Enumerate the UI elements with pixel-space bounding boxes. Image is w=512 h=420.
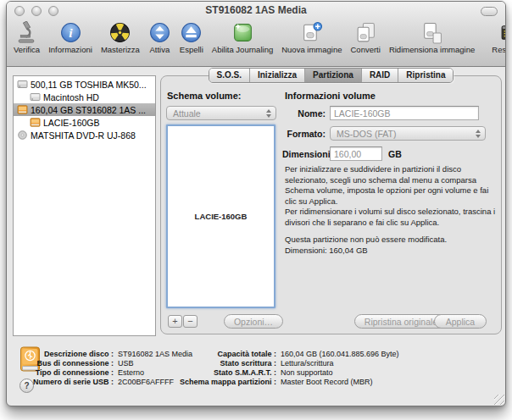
tab-partiziona[interactable]: Partiziona [304, 69, 361, 82]
disk-info-value: 160,04 GB (160.041.885.696 Byte) [281, 350, 399, 359]
disk-info-row: Stato scrittura : Lettura/scrittura [176, 359, 399, 368]
toolbar-item-label: Masterizza [101, 45, 140, 54]
info-icon: i [59, 21, 82, 44]
disk-info-value: Esterno [118, 368, 144, 378]
remove-partition-button[interactable]: − [183, 315, 198, 328]
disk-info-row: Schema mappa partizioni : Master Boot Re… [176, 378, 399, 387]
chevron-updown-icon [266, 108, 272, 119]
format-popup-value: MS-DOS (FAT) [337, 129, 396, 139]
titlebar[interactable]: ST916082 1AS Media [7, 2, 505, 19]
internal-drive-icon [17, 80, 28, 89]
help-paragraph: Per ridimensionare i volumi sul disco se… [285, 207, 498, 228]
new-image-button[interactable]: Nuova immagine [281, 21, 342, 54]
tab-inizializza[interactable]: Inizializza [249, 69, 304, 82]
toolbar-item-label: Attiva [149, 45, 170, 54]
tab-raid[interactable]: RAID [361, 69, 398, 82]
disk-info-label: Capacità totale : [176, 350, 276, 359]
resize-image-button[interactable]: Ridimensiona immagine [389, 21, 475, 54]
disk-info-row: Capacità totale : 160,04 GB (160.041.885… [176, 350, 399, 359]
partition-map[interactable]: LACIE-160GB [166, 124, 275, 308]
resize-image-icon [420, 21, 443, 44]
external-drive-icon [17, 105, 28, 114]
toolbar-item-label: Informazioni [48, 45, 92, 54]
tab-ripristina[interactable]: Ripristina [398, 69, 453, 82]
name-input[interactable] [330, 106, 479, 120]
scheme-popup[interactable]: Attuale [166, 106, 276, 120]
disk-info-label: Tipo di connessione : [7, 368, 114, 378]
disk-info-value: 2C00BF6AFFFF [118, 378, 174, 387]
disk-info-value: Lettura/scrittura [281, 359, 334, 368]
toolbar-item-label: Ridimensiona immagine [389, 45, 475, 54]
disk-info-label: Descrizione disco : [7, 350, 114, 359]
partition-size-note: Dimensioni: 160,04 GB [285, 246, 498, 257]
options-button[interactable]: Opzioni… [224, 314, 283, 329]
size-input[interactable] [330, 146, 382, 161]
eject-button[interactable]: Espelli [180, 21, 203, 54]
volume-scheme-heading: Schema volume: [167, 91, 241, 101]
device-list: 500,11 GB TOSHIBA MK50... Macintosh HD 1… [13, 75, 156, 336]
disk-info-right-column: Capacità totale : 160,04 GB (160.041.885… [176, 350, 399, 387]
convert-button[interactable]: Converti [351, 21, 381, 54]
log-button[interactable]: Resoconto [492, 21, 506, 54]
partition-panel: S.O.S. Inizializza Partiziona RAID Ripri… [160, 75, 502, 334]
enable-journaling-button[interactable]: Abilita Journaling [212, 21, 273, 54]
toolbar-item-label: Converti [351, 45, 381, 54]
new-image-icon [300, 21, 323, 44]
burn-button[interactable]: Masterizza [101, 21, 140, 54]
disk-info-label: Stato S.M.A.R.T. : [176, 368, 276, 378]
toolbar-item-label: Verifica [14, 45, 40, 54]
sidebar-item-matshita-dvd[interactable]: MATSHITA DVD-R UJ-868 [14, 129, 155, 141]
partition-note: Questa partizione non può essere modific… [285, 235, 498, 246]
optical-drive-icon [17, 130, 28, 140]
format-popup[interactable]: MS-DOS (FAT) [330, 126, 486, 141]
apply-button[interactable]: Applica [434, 314, 487, 329]
help-paragraph: Per inizializzare e suddividere in parti… [285, 164, 498, 207]
toolbar-toggle-button[interactable] [481, 7, 498, 16]
internal-volume-icon [30, 92, 41, 102]
disk-info-label: Numero di serie USB : [7, 378, 114, 387]
eject-icon [180, 21, 203, 44]
convert-icon [354, 21, 377, 44]
toolbar-item-label: Resoconto [492, 45, 506, 54]
sidebar-item-macintosh-hd[interactable]: Macintosh HD [14, 91, 155, 103]
add-partition-button[interactable]: + [168, 315, 182, 328]
sidebar-item-lacie-volume[interactable]: LACIE-160GB [14, 116, 155, 129]
disk-info-label: Stato scrittura : [176, 359, 276, 368]
tab-sos[interactable]: S.O.S. [209, 69, 249, 82]
resize-grip[interactable] [494, 395, 504, 405]
sidebar-item-label: 500,11 GB TOSHIBA MK50... [31, 80, 147, 90]
disk-info-value: USB [118, 359, 134, 368]
toolbar-item-label: Espelli [180, 45, 203, 54]
tab-bar: S.O.S. Inizializza Partiziona RAID Ripri… [209, 68, 454, 83]
mount-button[interactable]: Attiva [148, 21, 171, 54]
disk-info-row: Bus di connessione : USB [7, 359, 192, 368]
toolbar-item-label: Nuova immagine [281, 45, 342, 54]
disk-info-row: Descrizione disco : ST916082 1AS Media [7, 350, 192, 359]
chevron-updown-icon [476, 129, 481, 139]
size-unit-label: GB [388, 149, 402, 159]
size-label: Dimensioni: [282, 149, 326, 159]
burn-icon [109, 21, 131, 44]
journaling-icon [231, 21, 254, 44]
disk-info-row: Numero di serie USB : 2C00BF6AFFFF [7, 378, 192, 387]
sidebar-item-label: MATSHITA DVD-R UJ-868 [31, 130, 136, 141]
verify-button[interactable]: Verifica [14, 21, 40, 54]
disk-info-value: Master Boot Record (MBR) [281, 378, 373, 387]
partition-map-volume-label: LACIE-160GB [195, 212, 248, 221]
sidebar-item-st916082-disk[interactable]: 160,04 GB ST916082 1AS ... [14, 103, 155, 116]
info-button[interactable]: i Informazioni [48, 21, 92, 54]
disk-info-label: Bus di connessione : [7, 359, 114, 368]
format-label: Formato: [285, 129, 326, 139]
sidebar-item-toshiba-disk[interactable]: 500,11 GB TOSHIBA MK50... [14, 78, 155, 91]
disk-info-left-column: Descrizione disco : ST916082 1AS Media B… [7, 350, 192, 387]
mount-icon [148, 21, 171, 44]
svg-text:i: i [69, 25, 73, 40]
sidebar-item-label: LACIE-160GB [43, 118, 100, 128]
disk-info-row: Tipo di connessione : Esterno [7, 368, 192, 378]
name-label: Nome: [285, 108, 326, 119]
window-title: ST916082 1AS Media [7, 4, 505, 16]
scheme-popup-value: Attuale [173, 108, 201, 119]
toolbar: Verifica i Informazioni [7, 19, 505, 67]
toolbar-item-label: Abilita Journaling [212, 45, 273, 54]
volume-info-heading: Informazioni volume [285, 91, 376, 101]
